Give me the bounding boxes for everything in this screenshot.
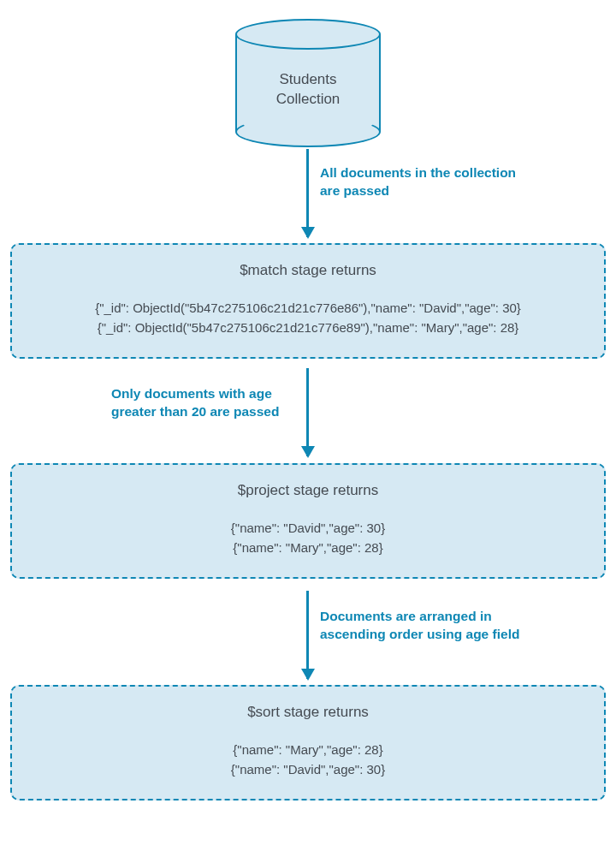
students-collection-cylinder: Students Collection: [235, 19, 381, 147]
match-stage-box: $match stage returns {"_id": ObjectId("5…: [10, 243, 606, 359]
cylinder-label: Students Collection: [235, 70, 381, 110]
cylinder-label-line2: Collection: [276, 91, 341, 107]
match-stage-doc-2: {"_id": ObjectId("5b47c275106c21d21c776e…: [21, 318, 595, 337]
arrow-label-1: All documents in the collection are pass…: [320, 164, 517, 200]
sort-stage-title: $sort stage returns: [21, 704, 595, 721]
project-stage-box: $project stage returns {"name": "David",…: [10, 463, 606, 579]
sort-stage-doc-1: {"name": "Mary","age": 28}: [21, 740, 595, 759]
cylinder-bottom: [235, 116, 381, 147]
arrow-label-2: Only documents with age greater than 20 …: [111, 385, 293, 421]
sort-stage-box: $sort stage returns {"name": "Mary","age…: [10, 685, 606, 800]
project-stage-title: $project stage returns: [21, 482, 595, 499]
match-stage-title: $match stage returns: [21, 262, 595, 279]
arrow-down-icon: [306, 591, 309, 679]
project-stage-doc-1: {"name": "David","age": 30}: [21, 518, 595, 538]
arrow-down-icon: [306, 149, 309, 237]
arrow-down-icon: [306, 368, 309, 456]
cylinder-label-line1: Students: [279, 71, 336, 87]
project-stage-doc-2: {"name": "Mary","age": 28}: [21, 538, 595, 557]
match-stage-doc-1: {"_id": ObjectId("5b47c275106c21d21c776e…: [21, 298, 595, 318]
sort-stage-doc-2: {"name": "David","age": 30}: [21, 759, 595, 779]
arrow-label-3: Documents are arranged in ascending orde…: [320, 608, 551, 644]
cylinder-top: [235, 19, 381, 50]
